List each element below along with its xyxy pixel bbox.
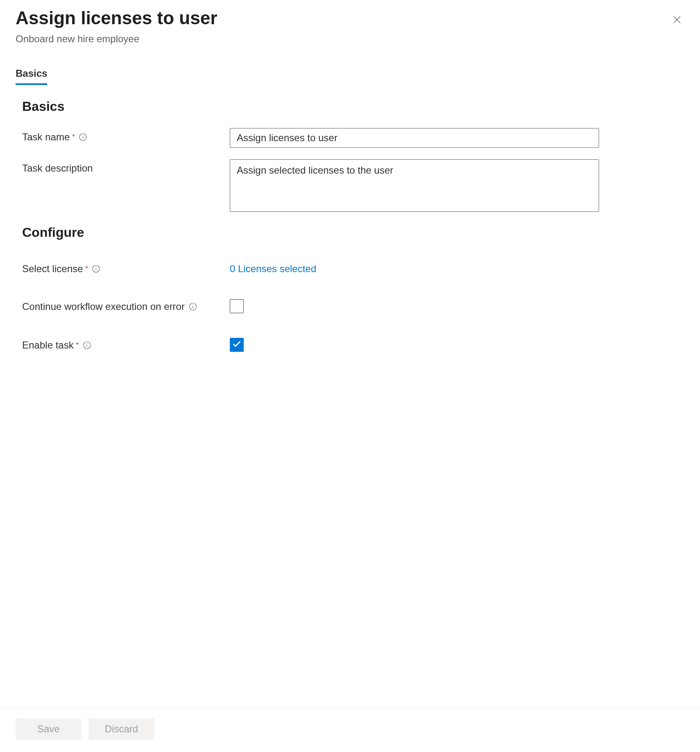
label-col-enable-task: Enable task * (22, 336, 230, 351)
label-task-description: Task description (22, 163, 93, 174)
info-icon[interactable] (79, 133, 87, 141)
info-icon[interactable] (83, 341, 91, 349)
tab-basics[interactable]: Basics (16, 68, 47, 85)
label-col-select-license: Select license * (22, 260, 230, 275)
required-marker: * (85, 265, 88, 273)
panel-header: Assign licenses to user Onboard new hire… (0, 0, 700, 45)
section-heading-basics: Basics (22, 99, 678, 114)
discard-button[interactable]: Discard (89, 718, 154, 740)
checkmark-icon (232, 339, 241, 350)
label-task-name: Task name (22, 131, 70, 143)
required-marker: * (76, 342, 78, 349)
task-name-input[interactable] (230, 128, 599, 148)
svg-point-13 (87, 343, 87, 344)
required-marker: * (72, 133, 75, 141)
info-icon[interactable] (92, 265, 100, 273)
label-col-task-name: Task name * (22, 128, 230, 143)
label-enable-task: Enable task (22, 339, 73, 351)
close-icon (672, 15, 682, 26)
tab-list: Basics (0, 68, 700, 85)
label-select-license: Select license (22, 263, 83, 275)
svg-point-7 (96, 267, 97, 268)
row-continue-on-error: Continue workflow execution on error (22, 298, 678, 313)
select-license-link[interactable]: 0 Licenses selected (230, 260, 316, 275)
info-icon[interactable] (189, 303, 197, 311)
task-description-textarea[interactable] (230, 159, 599, 212)
panel-subtitle: Onboard new hire employee (16, 33, 684, 45)
row-enable-task: Enable task * (22, 336, 678, 351)
label-col-continue-on-error: Continue workflow execution on error (22, 298, 230, 312)
panel-title: Assign licenses to user (16, 7, 684, 29)
continue-on-error-checkbox[interactable] (230, 299, 244, 313)
panel-content: Basics Task name * Task description (0, 85, 700, 708)
row-task-description: Task description (22, 159, 678, 213)
save-button[interactable]: Save (16, 718, 81, 740)
assign-licenses-panel: Assign licenses to user Onboard new hire… (0, 0, 700, 752)
label-col-task-description: Task description (22, 159, 230, 174)
control-col-select-license: 0 Licenses selected (230, 260, 316, 275)
svg-point-4 (82, 135, 83, 136)
panel-footer: Save Discard (0, 708, 700, 752)
row-task-name: Task name * (22, 128, 678, 148)
section-heading-configure: Configure (22, 225, 678, 240)
enable-task-checkbox[interactable] (230, 338, 244, 352)
label-continue-on-error: Continue workflow execution on error (22, 301, 185, 312)
control-col-enable-task (230, 336, 244, 350)
control-col-task-description (230, 159, 599, 213)
svg-point-10 (192, 305, 193, 305)
control-col-continue-on-error (230, 298, 244, 313)
row-select-license: Select license * 0 Licenses selected (22, 260, 678, 275)
control-col-task-name (230, 128, 599, 148)
close-button[interactable] (670, 14, 684, 27)
